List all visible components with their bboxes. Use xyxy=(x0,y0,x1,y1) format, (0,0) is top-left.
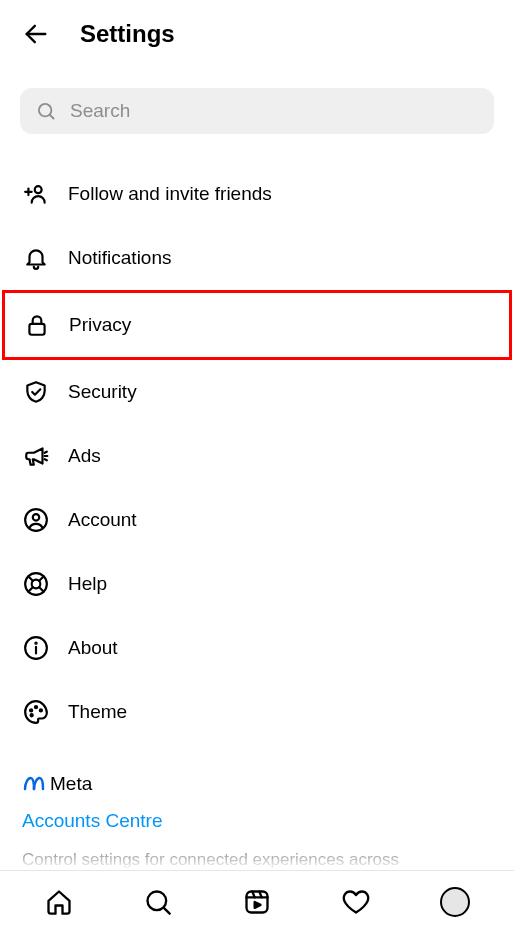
meta-section: Meta Accounts Centre Control settings fo… xyxy=(20,772,494,872)
nav-activity[interactable] xyxy=(341,887,371,917)
svg-point-20 xyxy=(35,642,36,643)
nav-search[interactable] xyxy=(143,887,173,917)
meta-brand-text: Meta xyxy=(50,773,92,795)
nav-reels[interactable] xyxy=(242,887,272,917)
svg-line-17 xyxy=(28,587,33,592)
reels-icon xyxy=(243,888,271,916)
menu-label: Privacy xyxy=(69,314,131,336)
menu-label: Notifications xyxy=(68,247,172,269)
menu-item-help[interactable]: Help xyxy=(20,552,494,616)
svg-line-16 xyxy=(39,576,44,581)
svg-marker-31 xyxy=(255,902,261,908)
bottom-nav xyxy=(0,870,514,932)
page-title: Settings xyxy=(80,20,175,48)
menu-label: Follow and invite friends xyxy=(68,183,272,205)
svg-line-2 xyxy=(50,115,54,119)
arrow-left-icon xyxy=(22,20,50,48)
megaphone-icon xyxy=(23,443,49,469)
menu-item-notifications[interactable]: Notifications xyxy=(20,226,494,290)
meta-description: Control settings for connected experienc… xyxy=(22,848,492,872)
menu-label: Security xyxy=(68,381,137,403)
accounts-centre-link[interactable]: Accounts Centre xyxy=(22,810,492,832)
menu-label: Help xyxy=(68,573,107,595)
nav-profile[interactable] xyxy=(440,887,470,917)
nav-home[interactable] xyxy=(44,887,74,917)
lifebuoy-icon xyxy=(23,571,49,597)
avatar-icon xyxy=(440,887,470,917)
header: Settings xyxy=(0,0,514,68)
add-user-icon xyxy=(23,181,49,207)
menu-item-follow[interactable]: Follow and invite friends xyxy=(20,162,494,226)
heart-icon xyxy=(342,888,370,916)
menu-item-security[interactable]: Security xyxy=(20,360,494,424)
search-icon xyxy=(36,101,56,121)
menu-label: Theme xyxy=(68,701,127,723)
bell-icon xyxy=(23,245,49,271)
meta-brand: Meta xyxy=(22,772,492,796)
user-circle-icon xyxy=(23,507,49,533)
menu-item-theme[interactable]: Theme xyxy=(20,680,494,744)
home-icon xyxy=(45,888,73,916)
menu-item-ads[interactable]: Ads xyxy=(20,424,494,488)
svg-line-7 xyxy=(45,452,47,453)
content: Search Follow and invite friends Notific… xyxy=(0,68,514,872)
svg-point-24 xyxy=(31,714,33,716)
info-icon xyxy=(23,635,49,661)
menu-item-account[interactable]: Account xyxy=(20,488,494,552)
back-button[interactable] xyxy=(20,18,52,50)
menu-label: Ads xyxy=(68,445,101,467)
search-icon xyxy=(144,888,172,916)
menu-label: Account xyxy=(68,509,137,531)
menu-label: About xyxy=(68,637,118,659)
svg-line-26 xyxy=(164,907,170,913)
svg-point-21 xyxy=(30,709,32,711)
svg-line-15 xyxy=(39,587,44,592)
search-input[interactable]: Search xyxy=(20,88,494,134)
shield-icon xyxy=(23,379,49,405)
svg-point-23 xyxy=(40,709,42,711)
svg-line-14 xyxy=(28,576,33,581)
palette-icon xyxy=(23,699,49,725)
menu-item-privacy[interactable]: Privacy xyxy=(21,293,493,357)
svg-point-22 xyxy=(35,706,37,708)
lock-icon xyxy=(24,312,50,338)
svg-line-9 xyxy=(45,459,47,460)
search-placeholder: Search xyxy=(70,100,130,122)
svg-rect-6 xyxy=(29,324,44,335)
svg-point-11 xyxy=(33,514,40,521)
highlight-box: Privacy xyxy=(2,290,512,360)
menu-item-about[interactable]: About xyxy=(20,616,494,680)
svg-point-3 xyxy=(35,186,42,193)
meta-icon xyxy=(22,772,46,796)
